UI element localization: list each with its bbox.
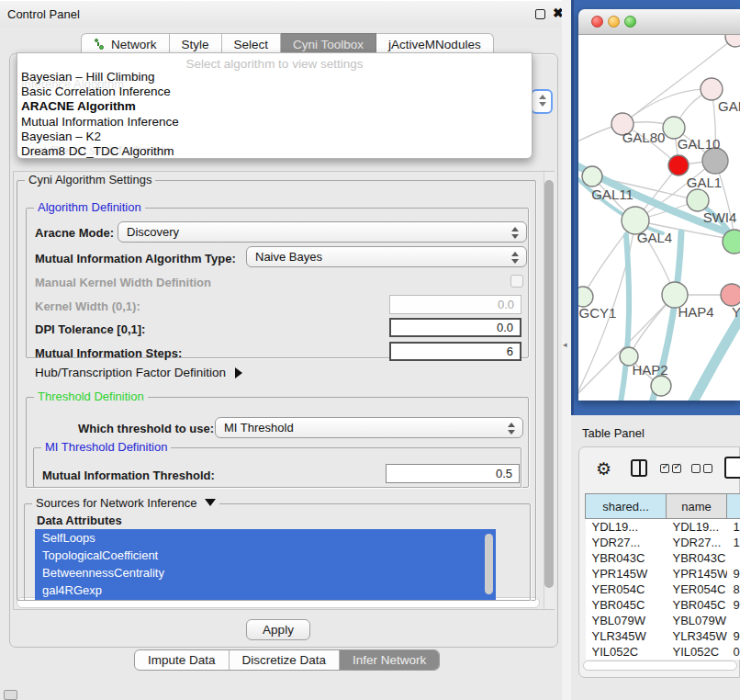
network-window-titlebar[interactable] <box>578 9 740 35</box>
gear-icon[interactable]: ⚙ <box>596 458 611 480</box>
network-view-window[interactable]: GAL GAL80 GAL10 GAL1 GAL11 SWI4 GAL4 GCY… <box>578 9 740 401</box>
menu-item[interactable]: Bayesian – K2 <box>21 130 101 143</box>
mi-type-select[interactable]: Naive Bayes <box>246 246 527 267</box>
cell[interactable] <box>727 550 740 566</box>
cell[interactable]: YDR27... <box>586 535 667 550</box>
select-all-checkboxes-icon[interactable] <box>660 464 681 473</box>
cell[interactable] <box>727 613 740 628</box>
cell[interactable]: YBL079W <box>667 613 727 628</box>
list-item[interactable]: gal4RGexp <box>42 583 102 597</box>
mi-steps-field[interactable]: 6 <box>389 342 521 361</box>
sources-title[interactable]: Sources for Network Inference <box>32 496 219 510</box>
cell[interactable]: 9. <box>727 566 740 581</box>
list-item[interactable]: BetweennessCentrality <box>42 566 164 580</box>
node-gal11[interactable] <box>582 166 602 186</box>
apply-button[interactable]: Apply <box>246 619 310 640</box>
node[interactable] <box>723 230 740 254</box>
column-header[interactable]: A <box>727 494 740 519</box>
which-threshold-select[interactable]: MI Threshold <box>215 417 523 438</box>
table-row[interactable]: YDL19...YDL19...13 <box>586 519 740 535</box>
cell[interactable]: YBR043C <box>586 550 667 566</box>
network-canvas[interactable]: GAL GAL80 GAL10 GAL1 GAL11 SWI4 GAL4 GCY… <box>578 35 740 401</box>
menu-item[interactable]: Dream8 DC_TDC Algorithm <box>21 144 174 158</box>
node-table: shared... name A YDL19...YDL19...13 YDR2… <box>585 493 740 660</box>
cell[interactable]: YPR145W <box>667 566 727 581</box>
table-row[interactable]: YBR043CYBR043C <box>586 550 740 566</box>
menu-item[interactable]: Mutual Information Inference <box>21 115 179 129</box>
cell[interactable]: YLR345W <box>586 628 667 644</box>
hub-definition-toggle[interactable]: Hub/Transcription Factor Definition <box>35 366 242 379</box>
list-item[interactable]: SelfLoops <box>42 531 95 545</box>
deselect-all-checkboxes-icon[interactable] <box>691 464 712 473</box>
table-row[interactable]: YER054CYER054C8. <box>586 581 740 597</box>
cell[interactable]: 12 <box>727 535 740 550</box>
tab-impute-data[interactable]: Impute Data <box>135 650 229 670</box>
table-row[interactable]: YIL052CYIL052C0. <box>586 644 740 660</box>
tab-network[interactable]: Network <box>81 33 170 54</box>
node-gcy1[interactable] <box>578 287 593 307</box>
node-swi4[interactable] <box>687 189 709 211</box>
cell[interactable]: 9. <box>727 628 740 644</box>
dpi-tolerance-field[interactable]: 0.0 <box>389 318 521 337</box>
tab-infer-network[interactable]: Infer Network <box>339 650 439 670</box>
node[interactable] <box>651 376 671 396</box>
cell[interactable]: YDL19... <box>667 519 727 535</box>
node-red[interactable] <box>668 155 689 175</box>
data-attributes-list[interactable]: SelfLoops TopologicalCoefficient Between… <box>35 529 496 600</box>
cell[interactable]: YPR145W <box>586 566 667 581</box>
menu-item[interactable]: Bayesian – Hill Climbing <box>21 70 155 84</box>
columns-icon[interactable] <box>631 459 647 477</box>
kernel-width-field[interactable]: 0.0 <box>389 295 521 314</box>
aracne-mode-select[interactable]: Discovery <box>118 221 527 243</box>
splitter-collapse-icon[interactable]: ◂ <box>563 340 567 349</box>
table-row[interactable]: YLR345WYLR345W9. <box>586 628 740 644</box>
node[interactable] <box>725 35 740 47</box>
panel-splitter[interactable] <box>562 0 571 700</box>
column-header[interactable]: shared... <box>586 494 667 519</box>
manual-kernel-checkbox[interactable] <box>510 275 523 288</box>
cell[interactable]: YDL19... <box>586 519 667 535</box>
cell[interactable]: 9. <box>727 597 740 613</box>
cell[interactable]: YBR043C <box>667 550 727 566</box>
tab-jactivemnodules[interactable]: jActiveMNodules <box>376 33 494 54</box>
zoom-traffic-light-icon[interactable] <box>624 16 636 28</box>
minimize-traffic-light-icon[interactable] <box>608 16 620 28</box>
node-gray[interactable] <box>702 148 728 174</box>
cell[interactable]: 13 <box>727 519 740 535</box>
cell[interactable]: YBL079W <box>586 613 667 628</box>
table-row[interactable]: YDR27...YDR27...12 <box>586 535 740 550</box>
node-pink[interactable] <box>721 284 740 306</box>
restore-panel-icon[interactable] <box>4 690 17 700</box>
table-horizontal-scrollbar[interactable] <box>583 660 737 671</box>
column-header[interactable]: name <box>667 494 727 519</box>
tab-select[interactable]: Select <box>222 33 282 54</box>
tab-discretize-data[interactable]: Discretize Data <box>229 650 340 670</box>
cell[interactable]: YER054C <box>667 581 727 597</box>
algorithm-combobox-fragment[interactable] <box>531 89 553 114</box>
node-label: HAP2 <box>632 362 667 378</box>
float-window-icon[interactable] <box>535 9 545 19</box>
tab-cyni-toolbox[interactable]: Cyni Toolbox <box>281 33 376 54</box>
node[interactable] <box>701 78 723 100</box>
menu-item[interactable]: Basic Correlation Inference <box>21 85 171 98</box>
vertical-scrollbar-thumb[interactable] <box>544 180 554 588</box>
list-scrollbar-thumb[interactable] <box>485 534 493 594</box>
mi-threshold-field[interactable]: 0.5 <box>386 464 520 483</box>
tab-style[interactable]: Style <box>170 33 222 54</box>
cell[interactable]: 0. <box>727 644 740 660</box>
list-item[interactable]: TopologicalCoefficient <box>42 548 158 562</box>
cell[interactable]: YBR045C <box>667 597 727 613</box>
new-table-icon[interactable] <box>724 457 740 479</box>
cell[interactable]: YDR27... <box>667 535 727 550</box>
table-row[interactable]: YBL079WYBL079W <box>586 613 740 628</box>
cell[interactable]: YBR045C <box>586 597 667 613</box>
cell[interactable]: YIL052C <box>586 644 667 660</box>
cell[interactable]: YIL052C <box>667 644 727 660</box>
cell[interactable]: YLR345W <box>667 628 727 644</box>
close-traffic-light-icon[interactable] <box>591 16 603 28</box>
cell[interactable]: YER054C <box>586 581 667 597</box>
table-row[interactable]: YPR145WYPR145W9. <box>586 566 740 581</box>
table-row[interactable]: YBR045CYBR045C9. <box>586 597 740 613</box>
menu-item-selected[interactable]: ARACNE Algorithm <box>21 99 136 113</box>
cell[interactable]: 8. <box>727 581 740 597</box>
